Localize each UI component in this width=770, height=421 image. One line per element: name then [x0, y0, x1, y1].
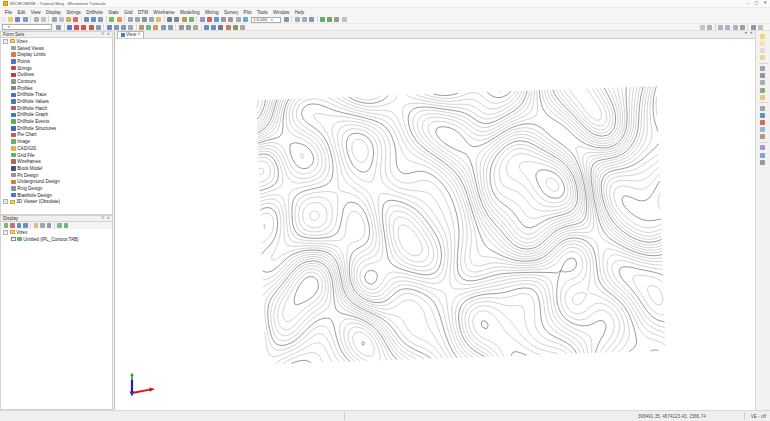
new-plot-view-icon[interactable] — [116, 16, 122, 22]
formset-item-block-model[interactable]: Block Model — [1, 165, 112, 172]
display-layer-untitled-ipl-contour-tab[interactable]: ✓Untitled (IPL_Contour.TAB) — [1, 236, 112, 243]
tree-expander-icon[interactable]: + — [3, 199, 8, 204]
close-icon[interactable]: ✕ — [107, 217, 110, 221]
trim-icon[interactable] — [138, 24, 144, 30]
tab-bar-close-icon[interactable]: ✕ — [750, 32, 753, 36]
open-file-icon[interactable] — [8, 16, 14, 22]
split-string-icon[interactable] — [153, 24, 159, 30]
save-all-icon[interactable] — [22, 16, 28, 22]
formset-item-contours[interactable]: Contours — [1, 78, 112, 85]
view-section-icon[interactable] — [301, 16, 307, 22]
snap-point-icon[interactable] — [178, 24, 184, 30]
bulb-on-icon[interactable] — [760, 33, 766, 39]
find-icon[interactable] — [98, 16, 104, 22]
formset-item-pie-chart[interactable]: Pie Chart — [1, 132, 112, 139]
background-color-icon[interactable] — [760, 152, 766, 158]
zoom-extents-icon[interactable] — [141, 16, 147, 22]
pin-icon[interactable]: ⊼ — [102, 217, 105, 221]
undo-icon[interactable] — [83, 16, 89, 22]
rotate-string-icon[interactable] — [120, 24, 126, 30]
textures-icon[interactable] — [760, 87, 766, 93]
view-plan-icon[interactable] — [294, 16, 300, 22]
rotate-right-icon[interactable] — [327, 16, 333, 22]
bulb-dim-icon[interactable] — [760, 40, 766, 46]
annotate-icon[interactable] — [203, 24, 209, 30]
plan-view-icon[interactable] — [707, 24, 713, 30]
camera-icon[interactable] — [334, 16, 340, 22]
bulb-off-icon[interactable] — [760, 47, 766, 53]
formset-item-drillhole-structures[interactable]: Drillhole Structures — [1, 125, 112, 132]
north-south-view-icon[interactable] — [732, 24, 738, 30]
clip-plane-icon[interactable] — [760, 127, 766, 133]
formset-item-display-limits[interactable]: Display Limits — [1, 51, 112, 58]
paste-icon[interactable] — [65, 16, 71, 22]
tab-view[interactable]: View ✕ — [117, 31, 144, 38]
properties-icon[interactable] — [239, 24, 245, 30]
new-vizex-view-icon[interactable] — [109, 16, 115, 22]
menu-plot[interactable]: Plot — [241, 10, 254, 15]
vizex-canvas[interactable] — [115, 39, 755, 411]
apply-scale-icon[interactable] — [283, 16, 289, 22]
minimize-button[interactable]: – — [747, 1, 749, 5]
formset-item-grid-file[interactable]: Grid File — [1, 152, 112, 159]
menu-help[interactable]: Help — [292, 10, 307, 15]
formset-item-cad-gis[interactable]: CAD/GIS — [1, 145, 112, 152]
menu-survey[interactable]: Survey — [221, 10, 241, 15]
formset-item-drillhole-hatch[interactable]: Drillhole Hatch — [1, 105, 112, 112]
layer-up-icon[interactable] — [16, 223, 22, 229]
close-icon[interactable]: ✕ — [107, 33, 110, 37]
move-string-icon[interactable] — [113, 24, 119, 30]
menu-window[interactable]: Window — [270, 10, 292, 15]
menu-tools[interactable]: Tools — [254, 10, 270, 15]
wireframe-view-icon[interactable] — [760, 65, 766, 71]
draw-polyline-icon[interactable] — [81, 24, 87, 30]
text-tool-icon[interactable] — [218, 24, 224, 30]
save-icon[interactable] — [15, 16, 21, 22]
new-layer-icon[interactable] — [3, 223, 9, 229]
view-3d-icon[interactable] — [308, 16, 314, 22]
east-west-view-icon[interactable] — [725, 24, 731, 30]
snapshot-icon[interactable] — [760, 159, 766, 165]
pin-icon[interactable]: ⊼ — [102, 33, 105, 37]
dimension-icon[interactable] — [211, 24, 217, 30]
formset-item-wireframes[interactable]: Wireframes — [1, 158, 112, 165]
delete-layer-icon[interactable] — [9, 223, 15, 229]
formset-item-drillhole-graph[interactable]: Drillhole Graph — [1, 112, 112, 119]
digitise-mode-icon[interactable] — [699, 24, 705, 30]
draw-polygon-icon[interactable] — [88, 24, 94, 30]
menu-dtm[interactable]: DTM — [135, 10, 150, 15]
layer-down-icon[interactable] — [23, 223, 29, 229]
layer-properties-icon[interactable] — [40, 223, 46, 229]
snap-toggle-icon[interactable] — [221, 16, 227, 22]
cut-icon[interactable] — [51, 16, 57, 22]
menu-mining[interactable]: Mining — [202, 10, 221, 15]
menu-wireframe[interactable]: Wireframe — [151, 10, 178, 15]
world-extents-icon[interactable] — [242, 16, 248, 22]
zoom-out-icon[interactable] — [134, 16, 140, 22]
formset-item-underground-design[interactable]: Underground Design — [1, 178, 112, 185]
formset-item-image[interactable]: Image — [1, 138, 112, 145]
options-icon[interactable] — [235, 16, 241, 22]
draw-line-icon[interactable] — [74, 24, 80, 30]
formset-item-ring-design[interactable]: Ring Design — [1, 185, 112, 192]
formset-item-drillhole-trace[interactable]: Drillhole Trace — [1, 92, 112, 99]
new-file-icon[interactable] — [0, 16, 6, 22]
link-layer-icon[interactable] — [57, 223, 63, 229]
redo-icon[interactable] — [91, 16, 97, 22]
tree-expander-icon[interactable]: − — [3, 39, 8, 44]
pan-icon[interactable] — [156, 16, 162, 22]
menu-stats[interactable]: Stats — [105, 10, 121, 15]
measure-icon[interactable] — [181, 16, 187, 22]
formset-item-outlines[interactable]: Outlines — [1, 71, 112, 78]
zoom-in-icon[interactable] — [127, 16, 133, 22]
layer-manager-icon[interactable] — [199, 16, 205, 22]
menu-display[interactable]: Display — [43, 10, 63, 15]
rotate-left-icon[interactable] — [319, 16, 325, 22]
edit-layer-icon[interactable] — [33, 223, 39, 229]
compass-icon[interactable] — [760, 119, 766, 125]
string-filter-combobox[interactable]: ▼ — [2, 24, 52, 30]
refresh-icon[interactable] — [188, 16, 194, 22]
view-settings-icon[interactable] — [750, 24, 756, 30]
area-tool-icon[interactable] — [232, 24, 238, 30]
menu-edit[interactable]: Edit — [15, 10, 28, 15]
